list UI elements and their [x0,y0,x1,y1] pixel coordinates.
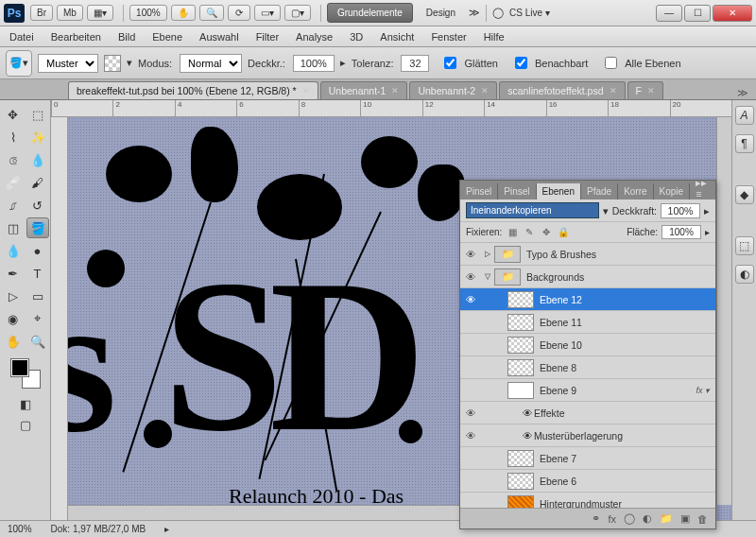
screenmode-tool-button[interactable]: ▢ [14,414,37,435]
opacity-field[interactable]: 100% [293,55,335,72]
layer-mask-icon[interactable]: ◯ [624,512,635,525]
color-swatches[interactable] [11,359,40,388]
eyedropper-tool[interactable]: 💧 [26,149,49,170]
fx-visibility-icon[interactable]: 👁 [521,407,534,419]
crop-tool[interactable]: ⟃ [2,149,25,170]
layer-thumbnail[interactable] [507,291,534,308]
layer-opacity-field[interactable]: 100% [661,203,700,218]
dock-character-icon[interactable]: A [735,106,754,125]
visibility-icon[interactable]: 👁 [460,430,481,442]
quickmask-button[interactable]: ◧ [14,393,37,414]
antialias-checkbox[interactable] [444,57,456,69]
panel-tab-pfade[interactable]: Pfade [581,183,618,199]
layer-row[interactable]: 👁Ebene 12 [460,288,715,311]
panel-tab-pinsel[interactable]: Pinsel [460,183,498,199]
close-button[interactable]: ✕ [713,5,752,22]
tabs-overflow[interactable]: ≫ [730,87,756,99]
layer-fx-icon[interactable]: fx [608,513,616,525]
fill-source-select[interactable]: Muster [38,54,98,73]
menu-ansicht[interactable]: Ansicht [380,31,414,43]
layer-row[interactable]: Ebene 6 [460,470,715,493]
layer-row[interactable]: 👁👁Effekte [460,402,715,424]
document-tab[interactable]: Unbenannt-2✕ [409,81,497,99]
new-layer-icon[interactable]: ▣ [680,512,690,525]
move-tool[interactable]: ✥ [2,104,25,125]
lock-pixels-icon[interactable]: ✎ [523,227,536,237]
menu-fenster[interactable]: Fenster [431,31,466,43]
layer-thumbnail[interactable] [507,495,534,509]
delete-layer-icon[interactable]: 🗑 [697,513,708,525]
layer-thumbnail[interactable] [507,359,534,376]
dock-paragraph-icon[interactable]: ¶ [735,134,754,153]
pen-tool[interactable]: ✒ [2,263,25,284]
layer-row[interactable]: 👁👁Musterüberlagerung [460,424,715,447]
new-group-icon[interactable]: 📁 [660,512,673,525]
menu-datei[interactable]: Datei [9,31,34,43]
menu-analyse[interactable]: Analyse [296,31,333,43]
visibility-icon[interactable]: 👁 [460,407,481,419]
layer-thumbnail[interactable] [507,382,534,399]
disclosure-icon[interactable]: ▷ [481,250,494,258]
3dcam-tool[interactable]: ⌖ [26,308,49,329]
shape-tool[interactable]: ▭ [26,286,49,306]
path-select-tool[interactable]: ▷ [2,286,25,306]
zoom-level-field[interactable]: 100% [129,5,167,21]
fill-field[interactable]: 100% [662,225,701,239]
bridge-button[interactable]: Br [30,5,53,21]
lock-all-icon[interactable]: 🔒 [557,227,570,237]
dodge-tool[interactable]: ● [26,240,49,261]
dock-color-icon[interactable]: ◐ [735,265,754,284]
layer-thumbnail[interactable] [507,473,534,490]
canvas-scrollbar-vertical[interactable] [716,117,731,505]
layer-row[interactable]: Ebene 10 [460,334,715,356]
current-tool-icon[interactable]: 🪣▾ [6,50,32,77]
layer-row[interactable]: Ebene 8 [460,356,715,379]
link-layers-icon[interactable]: ⚭ [592,512,600,525]
panel-menu-icon[interactable]: ▸▸ ≡ [690,177,715,199]
close-icon[interactable]: ✕ [647,86,655,95]
history-brush-tool[interactable]: ↺ [26,195,49,216]
panel-tab-kopie[interactable]: Kopie [654,183,691,199]
document-tab[interactable]: breakeffekt-tut.psd bei 100% (Ebene 12, … [68,81,318,99]
screenmode-button[interactable]: ▢▾ [284,5,311,21]
tolerance-field[interactable]: 32 [401,55,429,72]
adjustment-layer-icon[interactable]: ◐ [643,512,652,525]
menu-bild[interactable]: Bild [118,31,135,43]
workspace-more[interactable]: ≫ [469,7,480,19]
minimize-button[interactable]: — [656,5,682,22]
workspace-grundelemente[interactable]: Grundelemente [327,3,413,23]
all-layers-checkbox[interactable] [605,57,617,69]
layer-row[interactable]: Ebene 9fx ▾ [460,379,715,402]
dock-navigator-icon[interactable]: ⬚ [735,236,754,255]
close-icon[interactable]: ✕ [610,86,617,95]
layer-thumbnail[interactable] [507,314,534,331]
menu-filter[interactable]: Filter [256,31,279,43]
zoom-tool-button[interactable]: 🔍 [199,5,224,21]
arrange-button[interactable]: ▭▾ [254,5,281,21]
rotate-view-button[interactable]: ⟳ [228,5,250,21]
document-tab[interactable]: F✕ [627,81,663,99]
status-docsize[interactable]: Dok: 1,97 MB/27,0 MB [51,524,146,534]
visibility-icon[interactable]: 👁 [460,294,481,305]
type-tool[interactable]: T [26,263,49,284]
minibridge-button[interactable]: Mb [57,5,83,21]
bucket-tool[interactable]: 🪣 [26,217,49,238]
workspace-design[interactable]: Design [417,4,465,22]
menu-3d[interactable]: 3D [350,31,363,43]
lasso-tool[interactable]: ⌇ [2,127,25,147]
blend-mode-dropdown[interactable]: Ineinanderkopieren [466,202,599,218]
document-tab[interactable]: scanlinefotoeffekt.psd✕ [499,81,625,99]
cslive-button[interactable]: CS Live ▾ [504,6,556,20]
brush-tool[interactable]: 🖌 [26,172,49,193]
close-icon[interactable]: ✕ [391,86,399,95]
3d-tool[interactable]: ◉ [2,308,25,329]
healing-tool[interactable]: 🩹 [2,172,25,193]
menu-bearbeiten[interactable]: Bearbeiten [51,31,101,43]
hand-tool-button[interactable]: ✋ [171,5,196,21]
panel-tab-pinsel[interactable]: Pinsel [498,183,536,199]
layer-group[interactable]: 👁▷📁Typo & Brushes [460,243,715,266]
panel-tab-ebenen[interactable]: Ebenen [537,183,581,199]
visibility-icon[interactable]: 👁 [460,271,481,283]
panel-tab-korre[interactable]: Korre [618,183,653,199]
foreground-swatch[interactable] [11,359,28,376]
